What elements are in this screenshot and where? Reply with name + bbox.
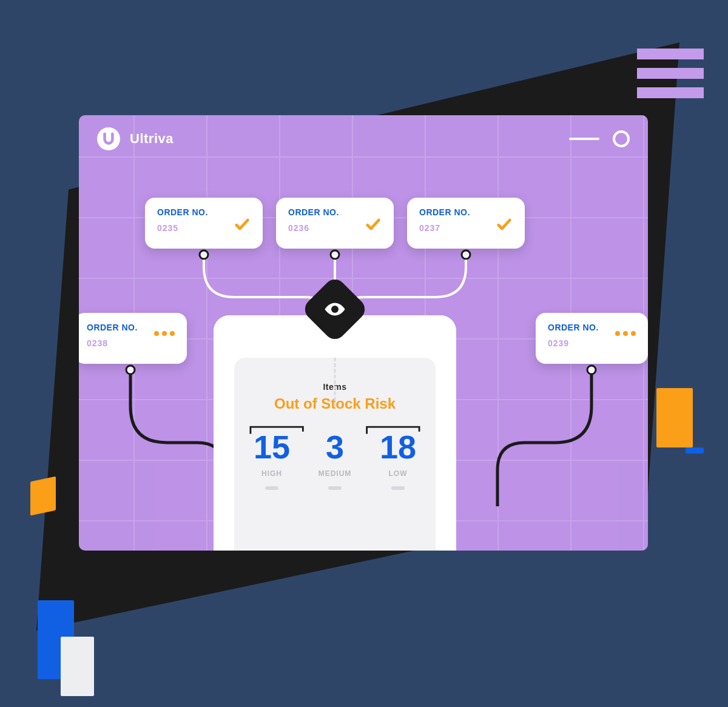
- risk-label: MEDIUM: [303, 469, 366, 478]
- dash-icon: [391, 486, 405, 490]
- check-icon: [496, 216, 513, 235]
- bracket-decor: [240, 420, 430, 437]
- check-icon: [365, 216, 382, 235]
- window-maximize-icon[interactable]: [613, 130, 630, 147]
- titlebar: Ultriva: [79, 115, 648, 163]
- risk-panel: Items Out of Stock Risk 15 HIGH 3 MEDIUM: [214, 315, 456, 551]
- decor-stripes: [637, 49, 704, 98]
- order-number: 0238: [87, 338, 175, 348]
- order-card[interactable]: ORDER NO. 0237: [407, 198, 525, 249]
- window-controls: [569, 130, 630, 147]
- eye-icon: [324, 298, 346, 320]
- pending-icon: [615, 331, 636, 336]
- check-icon: [234, 216, 251, 235]
- order-card[interactable]: ORDER NO. 0238: [79, 313, 187, 364]
- risk-label: HIGH: [240, 469, 303, 478]
- app-title: Ultriva: [130, 131, 174, 147]
- risk-title: Out of Stock Risk: [240, 395, 430, 412]
- pending-icon: [154, 331, 175, 336]
- svg-point-5: [331, 306, 339, 313]
- app-window: Ultriva ORDER NO. 0235 ORDER NO. 0236: [79, 115, 648, 551]
- decor-chip: [30, 477, 56, 516]
- decor-chip: [656, 388, 693, 447]
- dash-icon: [328, 486, 342, 490]
- order-card[interactable]: ORDER NO. 0239: [536, 313, 648, 364]
- app-logo: [97, 127, 120, 150]
- risk-medium[interactable]: 3 MEDIUM: [303, 431, 366, 490]
- window-minimize-icon[interactable]: [569, 138, 599, 140]
- order-number: 0239: [548, 338, 636, 348]
- risk-low[interactable]: 18 LOW: [366, 431, 430, 490]
- risk-high[interactable]: 15 HIGH: [240, 431, 303, 490]
- risk-label: LOW: [366, 469, 430, 478]
- dash-icon: [265, 486, 278, 490]
- monitor-node[interactable]: [305, 279, 365, 340]
- decor-chip: [61, 637, 94, 696]
- order-card[interactable]: ORDER NO. 0235: [145, 198, 263, 249]
- items-label: Items: [240, 382, 430, 392]
- order-card[interactable]: ORDER NO. 0236: [276, 198, 394, 249]
- decor-chip: [686, 447, 704, 454]
